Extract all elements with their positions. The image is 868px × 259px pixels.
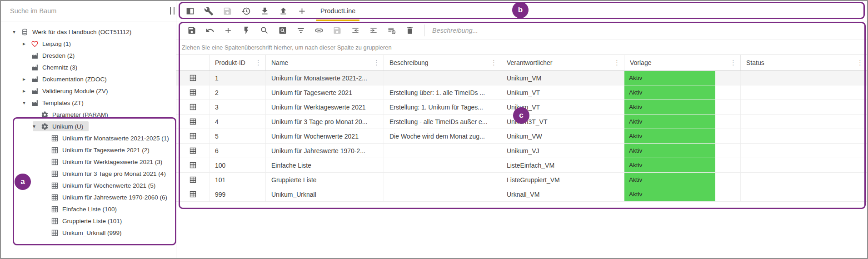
table-row[interactable]: 1 Unikum für Monatswerte 2021-2... Uniku…	[176, 71, 867, 85]
table-row[interactable]: 2 Unikum für Tageswerte 2021 Erstellung …	[176, 85, 867, 100]
add-icon	[224, 26, 233, 35]
column-header[interactable]: Beschreibung	[384, 55, 501, 70]
expand-arrow-icon[interactable]	[23, 88, 31, 94]
tree-item[interactable]: Parameter (PARAM)	[1, 109, 176, 120]
add-button[interactable]	[293, 2, 311, 20]
table-row[interactable]: 3 Unikum für Werktageswerte 2021 Erstell…	[176, 100, 867, 115]
tree-item[interactable]: Chemnitz (3)	[1, 61, 176, 73]
panel-button[interactable]	[181, 2, 200, 20]
column-header[interactable]: Verantwortlicher	[501, 55, 624, 70]
bolt-button[interactable]	[237, 22, 255, 39]
column-menu-icon[interactable]	[372, 59, 381, 67]
splitter-handle[interactable]	[170, 7, 175, 15]
expand-arrow-icon[interactable]	[23, 100, 31, 106]
table-row[interactable]: 999 Unikum_Urknall Urknall_VM Aktiv	[176, 187, 867, 202]
grid-toolbar	[176, 21, 867, 40]
tree-item[interactable]: Dresden (2)	[1, 50, 176, 61]
download-icon	[260, 6, 269, 16]
tab-productline[interactable]: ProductLine	[315, 1, 361, 21]
description-input[interactable]	[424, 25, 857, 36]
status-cell	[741, 144, 867, 158]
expand-arrow-icon[interactable]	[33, 123, 41, 130]
column-header[interactable]: Status	[741, 55, 867, 70]
tree-item[interactable]: Unikum (U)	[1, 120, 176, 132]
tree-item[interactable]: Unikum für Tageswerte 2021 (2)	[1, 144, 176, 156]
column-menu-icon[interactable]	[613, 59, 621, 67]
vorlage-cell: Aktiv	[624, 115, 741, 129]
column-menu-icon[interactable]	[729, 59, 738, 67]
expand-rows-icon	[369, 26, 378, 35]
produkt-id-cell: 6	[210, 144, 266, 158]
bolt-icon	[242, 26, 251, 35]
upload-button[interactable]	[274, 2, 293, 20]
tree-item-label: Werk für das Handbuch (OCT51112)	[32, 29, 131, 35]
expand-arrow-icon[interactable]	[13, 29, 21, 35]
table-row[interactable]: 100 Einfache Liste ListeEinfach_VM Aktiv	[176, 158, 867, 173]
filter-button[interactable]	[292, 22, 310, 39]
trash-button[interactable]	[401, 22, 419, 39]
table-row[interactable]: 4 Unikum für 3 Tage pro Monat 20... Erst…	[176, 115, 867, 129]
tree-item[interactable]: Dokumentation (ZDOC)	[1, 73, 176, 85]
table-row[interactable]: 6 Unikum für Jahreswerte 1970-2... Uniku…	[176, 144, 867, 158]
verantwortlicher-cell: ListeEinfach_VM	[501, 158, 624, 172]
row-type-cell	[176, 173, 210, 187]
tree-item-label: Unikum für 3 Tage pro Monat 2021 (4)	[62, 170, 166, 177]
vorlage-cell: Aktiv	[624, 144, 741, 158]
tree-item[interactable]: Unikum für Monatswerte 2021-2025 (1)	[1, 132, 176, 144]
tree-item[interactable]: Validierung Module (ZV)	[1, 85, 176, 97]
beschreibung-cell	[384, 144, 501, 158]
tree-item[interactable]: Einfache Liste (100)	[1, 203, 176, 215]
name-cell: Einfache Liste	[266, 158, 384, 172]
add-button[interactable]	[219, 22, 237, 39]
wrench-button[interactable]	[200, 2, 218, 20]
column-header[interactable]: Vorlage	[624, 55, 741, 70]
tree-item[interactable]: Leipzig (1)	[1, 38, 176, 50]
beschreibung-cell	[384, 187, 501, 201]
column-header-label: Verantwortlicher	[507, 59, 552, 66]
list-clock-button[interactable]	[383, 22, 401, 39]
save-button[interactable]	[218, 2, 237, 20]
column-menu-icon[interactable]	[856, 59, 864, 67]
save-button[interactable]	[328, 22, 346, 39]
undo-button[interactable]	[201, 22, 219, 39]
link-button[interactable]	[310, 22, 328, 39]
tree-item-label: Unikum für Werktageswerte 2021 (3)	[62, 159, 162, 165]
beschreibung-cell: Erstellung: 1. Unikum für Tages...	[384, 100, 501, 114]
collapse-rows-button[interactable]	[346, 22, 364, 39]
download-button[interactable]	[255, 2, 274, 20]
search-box-button[interactable]	[274, 22, 292, 39]
tree-item[interactable]: Werk für das Handbuch (OCT51112)	[1, 26, 176, 38]
tree-item[interactable]: Unikum für 3 Tage pro Monat 2021 (4)	[1, 168, 176, 179]
verantwortlicher-cell: Unikum_VT	[501, 100, 624, 114]
column-header[interactable]: Produkt-ID	[210, 55, 266, 70]
beschreibung-cell: Erstellung - alle TimeIDs außer e...	[384, 115, 501, 129]
vorlage-cell: Aktiv	[624, 100, 741, 114]
expand-rows-button[interactable]	[364, 22, 383, 39]
add-icon	[297, 6, 307, 16]
table-row[interactable]: 101 Gruppierte Liste ListeGruppiert_VM A…	[176, 173, 867, 187]
status-badge: Aktiv	[624, 158, 715, 172]
tree-item[interactable]: Unikum für Wochenwerte 2021 (5)	[1, 179, 176, 191]
name-cell: Unikum für Tageswerte 2021	[266, 85, 384, 100]
collapse-rows-icon	[351, 26, 360, 35]
search-button[interactable]	[255, 22, 274, 39]
tree-search-input[interactable]	[9, 7, 147, 15]
tree-item[interactable]: Unikum für Werktageswerte 2021 (3)	[1, 156, 176, 168]
table-icon	[189, 89, 197, 96]
history-button[interactable]	[237, 2, 255, 20]
verantwortlicher-cell: ListeGruppiert_VM	[501, 173, 624, 187]
search-box-icon	[278, 26, 287, 35]
tree-item[interactable]: Gruppierte Liste (101)	[1, 215, 176, 227]
column-menu-icon[interactable]	[489, 59, 498, 67]
save-button[interactable]	[183, 22, 201, 39]
grid-toolbar-buttons	[183, 22, 419, 39]
tree-item[interactable]: Unikum für Jahreswerte 1970-2060 (6)	[1, 191, 176, 203]
tree-item[interactable]: Unikum_Urknall (999)	[1, 227, 176, 239]
table-row[interactable]: 5 Unikum für Wochenwerte 2021 Die Woche …	[176, 129, 867, 144]
produkt-id-cell: 5	[210, 129, 266, 143]
column-menu-icon[interactable]	[254, 59, 263, 67]
expand-arrow-icon[interactable]	[23, 40, 31, 47]
column-header[interactable]: Name	[266, 55, 384, 70]
tree-item[interactable]: Templates (ZT)	[1, 97, 176, 109]
expand-arrow-icon[interactable]	[23, 76, 31, 82]
